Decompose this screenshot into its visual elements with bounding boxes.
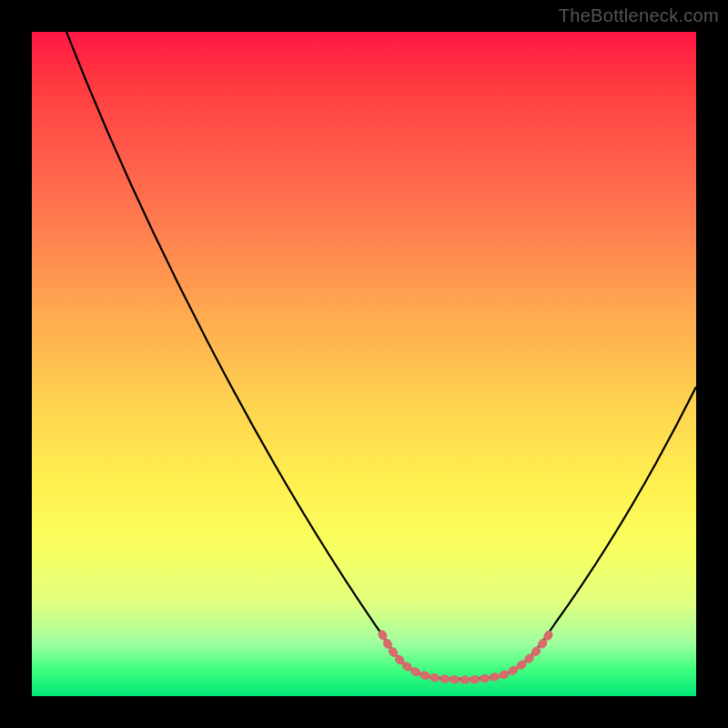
bottleneck-curve — [66, 32, 696, 679]
watermark-text: TheBottleneck.com — [559, 5, 719, 26]
sweet-spot-highlight — [382, 629, 552, 680]
chart-svg — [32, 32, 696, 696]
